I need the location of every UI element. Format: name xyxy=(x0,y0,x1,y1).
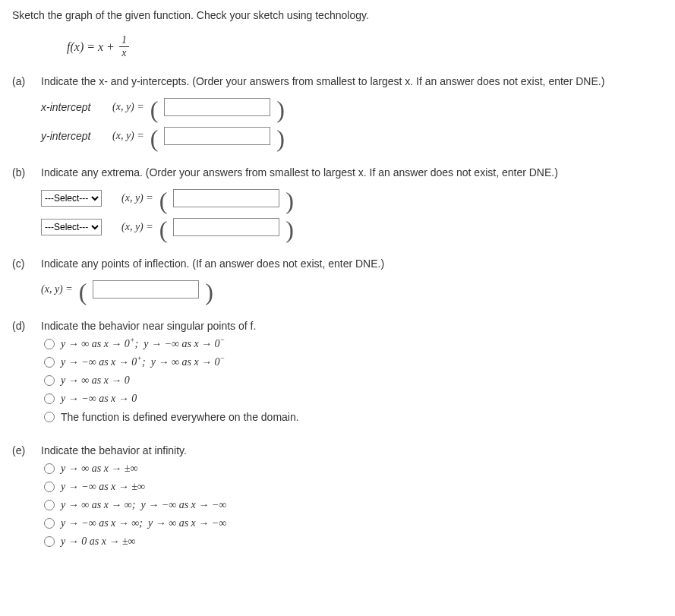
option-text: y → −∞ as x → ±∞ xyxy=(61,481,145,493)
part-d: (d) Indicate the behavior near singular … xyxy=(12,320,663,423)
extrema-input-1[interactable] xyxy=(173,189,279,207)
d-option-4[interactable]: y → −∞ as x → 0 xyxy=(44,393,663,405)
intro-text: Sketch the graph of the given function. … xyxy=(12,9,663,21)
extrema-select-1[interactable]: ---Select--- xyxy=(41,190,102,207)
x-intercept-label: x-intercept xyxy=(41,101,106,113)
radio-input[interactable] xyxy=(44,339,55,349)
extrema-input-2[interactable] xyxy=(173,218,279,236)
xy-label: (x, y) = xyxy=(121,192,153,204)
part-e-prompt: Indicate the behavior at infinity. xyxy=(41,444,663,456)
option-text: y → ∞ as x → 0 xyxy=(61,374,130,387)
radio-input[interactable] xyxy=(44,500,55,510)
xy-label: (x, y) = xyxy=(112,101,144,113)
frac-num: 1 xyxy=(119,35,129,46)
radio-input[interactable] xyxy=(44,518,55,529)
part-e: (e) Indicate the behavior at infinity. y… xyxy=(12,444,663,548)
inflection-input[interactable] xyxy=(93,280,199,299)
radio-input[interactable] xyxy=(44,393,55,404)
d-option-2[interactable]: y → −∞ as x → 0+; y → ∞ as x → 0− xyxy=(44,356,663,368)
radio-input[interactable] xyxy=(44,412,55,422)
radio-input[interactable] xyxy=(44,482,55,492)
xy-label: (x, y) = xyxy=(112,130,144,142)
radio-input[interactable] xyxy=(44,463,55,474)
part-c-label: (c) xyxy=(12,257,33,270)
x-intercept-input[interactable] xyxy=(164,98,270,116)
e-option-1[interactable]: y → ∞ as x → ±∞ xyxy=(44,463,663,475)
y-intercept-label: y-intercept xyxy=(41,130,106,142)
option-text: The function is defined everywhere on th… xyxy=(61,411,299,423)
option-text: y → 0 as x → ±∞ xyxy=(61,535,136,548)
part-b-prompt: Indicate any extrema. (Order your answer… xyxy=(41,166,663,178)
part-a: (a) Indicate the x- and y-intercepts. (O… xyxy=(12,75,663,145)
part-b-label: (b) xyxy=(12,166,33,178)
option-text: y → −∞ as x → 0 xyxy=(61,393,137,405)
function-definition: f(x) = x + 1 x xyxy=(67,35,663,58)
part-e-options: y → ∞ as x → ±∞ y → −∞ as x → ±∞ y → ∞ a… xyxy=(12,463,663,548)
y-intercept-input[interactable] xyxy=(164,127,270,145)
part-a-label: (a) xyxy=(12,75,33,87)
e-option-3[interactable]: y → ∞ as x → ∞; y → −∞ as x → −∞ xyxy=(44,499,663,511)
part-a-prompt: Indicate the x- and y-intercepts. (Order… xyxy=(41,75,663,87)
xy-label: (x, y) = xyxy=(41,283,73,295)
option-text: y → −∞ as x → ∞; y → ∞ as x → −∞ xyxy=(61,517,226,529)
radio-input[interactable] xyxy=(44,375,55,386)
fx-lhs: f(x) = x + xyxy=(67,40,115,54)
part-d-label: (d) xyxy=(12,320,33,332)
option-text: y → −∞ as x → 0+; y → ∞ as x → 0− xyxy=(61,356,225,368)
part-c: (c) Indicate any points of inflection. (… xyxy=(12,257,663,299)
part-d-options: y → ∞ as x → 0+; y → −∞ as x → 0− y → −∞… xyxy=(12,338,663,423)
extrema-select-2[interactable]: ---Select--- xyxy=(41,219,102,235)
d-option-1[interactable]: y → ∞ as x → 0+; y → −∞ as x → 0− xyxy=(44,338,663,350)
e-option-5[interactable]: y → 0 as x → ±∞ xyxy=(44,535,663,548)
d-option-5[interactable]: The function is defined everywhere on th… xyxy=(44,411,663,423)
radio-input[interactable] xyxy=(44,536,55,547)
fraction: 1 x xyxy=(119,35,129,58)
part-e-label: (e) xyxy=(12,444,33,456)
option-text: y → ∞ as x → ∞; y → −∞ as x → −∞ xyxy=(61,499,226,511)
part-b: (b) Indicate any extrema. (Order your an… xyxy=(12,166,663,236)
e-option-4[interactable]: y → −∞ as x → ∞; y → ∞ as x → −∞ xyxy=(44,517,663,529)
part-c-prompt: Indicate any points of inflection. (If a… xyxy=(41,257,663,270)
frac-den: x xyxy=(119,46,128,58)
option-text: y → ∞ as x → ±∞ xyxy=(61,463,138,475)
radio-input[interactable] xyxy=(44,357,55,368)
e-option-2[interactable]: y → −∞ as x → ±∞ xyxy=(44,481,663,493)
option-text: y → ∞ as x → 0+; y → −∞ as x → 0− xyxy=(61,338,225,350)
part-d-prompt: Indicate the behavior near singular poin… xyxy=(41,320,663,332)
xy-label: (x, y) = xyxy=(121,221,153,233)
d-option-3[interactable]: y → ∞ as x → 0 xyxy=(44,374,663,387)
